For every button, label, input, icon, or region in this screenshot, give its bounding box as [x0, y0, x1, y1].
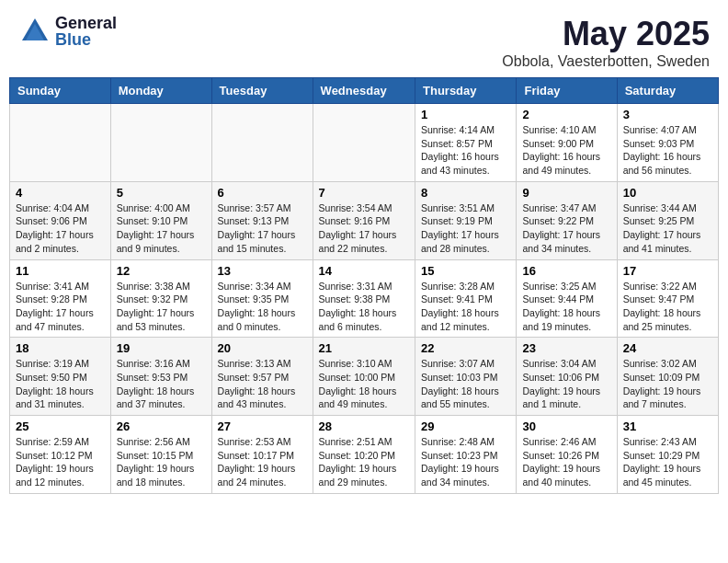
day-info: Sunrise: 3:38 AM Sunset: 9:32 PM Dayligh… [117, 280, 206, 334]
day-number: 26 [117, 419, 206, 433]
calendar-cell: 31Sunrise: 2:43 AM Sunset: 10:29 PM Dayl… [617, 416, 718, 494]
calendar-cell: 28Sunrise: 2:51 AM Sunset: 10:20 PM Dayl… [313, 416, 415, 494]
logo: General Blue [18, 15, 117, 48]
calendar-week-row: 4Sunrise: 4:04 AM Sunset: 9:06 PM Daylig… [10, 181, 719, 259]
calendar-cell: 3Sunrise: 4:07 AM Sunset: 9:03 PM Daylig… [617, 104, 718, 182]
calendar-cell: 22Sunrise: 3:07 AM Sunset: 10:03 PM Dayl… [415, 338, 517, 416]
calendar-cell: 12Sunrise: 3:38 AM Sunset: 9:32 PM Dayli… [110, 259, 211, 338]
calendar-cell: 6Sunrise: 3:57 AM Sunset: 9:13 PM Daylig… [211, 181, 313, 259]
day-number: 18 [16, 341, 105, 355]
calendar-week-row: 18Sunrise: 3:19 AM Sunset: 9:50 PM Dayli… [10, 338, 719, 416]
calendar-cell: 21Sunrise: 3:10 AM Sunset: 10:00 PM Dayl… [313, 338, 415, 416]
day-of-week-header: Tuesday [211, 78, 313, 104]
day-info: Sunrise: 2:43 AM Sunset: 10:29 PM Daylig… [623, 435, 712, 489]
day-info: Sunrise: 4:14 AM Sunset: 8:57 PM Dayligh… [421, 123, 510, 178]
calendar-cell: 20Sunrise: 3:13 AM Sunset: 9:57 PM Dayli… [211, 338, 313, 416]
day-number: 21 [319, 341, 409, 355]
calendar-cell: 19Sunrise: 3:16 AM Sunset: 9:53 PM Dayli… [110, 338, 211, 416]
day-number: 29 [421, 419, 510, 433]
day-info: Sunrise: 3:07 AM Sunset: 10:03 PM Daylig… [421, 357, 510, 411]
day-info: Sunrise: 3:10 AM Sunset: 10:00 PM Daylig… [319, 357, 409, 411]
day-number: 28 [319, 419, 409, 433]
calendar-cell: 18Sunrise: 3:19 AM Sunset: 9:50 PM Dayli… [10, 338, 111, 416]
day-number: 3 [623, 108, 712, 121]
day-number: 25 [16, 419, 105, 433]
calendar-week-row: 25Sunrise: 2:59 AM Sunset: 10:12 PM Dayl… [10, 416, 719, 494]
calendar-cell [211, 104, 313, 182]
calendar-week-row: 11Sunrise: 3:41 AM Sunset: 9:28 PM Dayli… [10, 259, 719, 338]
page-header: General Blue May 2025 Obbola, Vaesterbot… [0, 0, 728, 77]
day-of-week-header: Sunday [10, 78, 111, 104]
day-number: 6 [218, 186, 307, 200]
logo-icon [18, 15, 51, 48]
calendar-cell: 7Sunrise: 3:54 AM Sunset: 9:16 PM Daylig… [313, 181, 415, 259]
day-number: 11 [16, 264, 105, 278]
logo-blue: Blue [55, 31, 117, 48]
calendar-cell: 2Sunrise: 4:10 AM Sunset: 9:00 PM Daylig… [517, 104, 617, 182]
calendar-cell: 17Sunrise: 3:22 AM Sunset: 9:47 PM Dayli… [617, 259, 718, 338]
day-number: 20 [218, 341, 307, 355]
calendar-cell [313, 104, 415, 182]
day-info: Sunrise: 3:41 AM Sunset: 9:28 PM Dayligh… [16, 280, 105, 334]
calendar-cell: 16Sunrise: 3:25 AM Sunset: 9:44 PM Dayli… [517, 259, 617, 338]
day-number: 12 [117, 264, 206, 278]
calendar-cell: 5Sunrise: 4:00 AM Sunset: 9:10 PM Daylig… [110, 181, 211, 259]
day-number: 19 [117, 341, 206, 355]
day-info: Sunrise: 3:31 AM Sunset: 9:38 PM Dayligh… [319, 280, 409, 334]
calendar-cell: 8Sunrise: 3:51 AM Sunset: 9:19 PM Daylig… [415, 181, 517, 259]
logo-general: General [55, 15, 117, 31]
calendar-cell: 26Sunrise: 2:56 AM Sunset: 10:15 PM Dayl… [110, 416, 211, 494]
day-number: 22 [421, 341, 510, 355]
day-info: Sunrise: 4:10 AM Sunset: 9:00 PM Dayligh… [522, 123, 610, 178]
calendar-cell: 30Sunrise: 2:46 AM Sunset: 10:26 PM Dayl… [517, 416, 617, 494]
calendar-cell: 25Sunrise: 2:59 AM Sunset: 10:12 PM Dayl… [10, 416, 111, 494]
month-title: May 2025 [502, 15, 710, 53]
day-info: Sunrise: 3:47 AM Sunset: 9:22 PM Dayligh… [522, 201, 610, 256]
header-row: SundayMondayTuesdayWednesdayThursdayFrid… [10, 78, 719, 104]
calendar-cell: 15Sunrise: 3:28 AM Sunset: 9:41 PM Dayli… [415, 259, 517, 338]
day-number: 1 [421, 108, 510, 121]
day-info: Sunrise: 3:54 AM Sunset: 9:16 PM Dayligh… [319, 201, 409, 256]
calendar-body: 1Sunrise: 4:14 AM Sunset: 8:57 PM Daylig… [10, 104, 719, 494]
calendar-cell: 13Sunrise: 3:34 AM Sunset: 9:35 PM Dayli… [211, 259, 313, 338]
day-info: Sunrise: 3:16 AM Sunset: 9:53 PM Dayligh… [117, 357, 206, 411]
calendar-table: SundayMondayTuesdayWednesdayThursdayFrid… [9, 77, 719, 494]
day-number: 2 [522, 108, 610, 121]
day-number: 7 [319, 186, 409, 200]
calendar-cell: 23Sunrise: 3:04 AM Sunset: 10:06 PM Dayl… [517, 338, 617, 416]
calendar-cell: 1Sunrise: 4:14 AM Sunset: 8:57 PM Daylig… [415, 104, 517, 182]
day-info: Sunrise: 3:51 AM Sunset: 9:19 PM Dayligh… [421, 201, 510, 256]
day-info: Sunrise: 3:44 AM Sunset: 9:25 PM Dayligh… [623, 201, 712, 256]
day-number: 16 [522, 264, 610, 278]
calendar-cell: 27Sunrise: 2:53 AM Sunset: 10:17 PM Dayl… [211, 416, 313, 494]
day-info: Sunrise: 2:51 AM Sunset: 10:20 PM Daylig… [319, 435, 409, 489]
calendar-wrapper: SundayMondayTuesdayWednesdayThursdayFrid… [0, 77, 728, 503]
day-of-week-header: Wednesday [313, 78, 415, 104]
calendar-cell: 10Sunrise: 3:44 AM Sunset: 9:25 PM Dayli… [617, 181, 718, 259]
calendar-cell: 11Sunrise: 3:41 AM Sunset: 9:28 PM Dayli… [10, 259, 111, 338]
day-number: 8 [421, 186, 510, 200]
day-info: Sunrise: 3:22 AM Sunset: 9:47 PM Dayligh… [623, 280, 712, 334]
day-info: Sunrise: 4:00 AM Sunset: 9:10 PM Dayligh… [117, 201, 206, 256]
day-of-week-header: Monday [110, 78, 211, 104]
calendar-cell: 29Sunrise: 2:48 AM Sunset: 10:23 PM Dayl… [415, 416, 517, 494]
day-of-week-header: Thursday [415, 78, 517, 104]
day-info: Sunrise: 3:19 AM Sunset: 9:50 PM Dayligh… [16, 357, 105, 411]
day-number: 30 [522, 419, 610, 433]
day-info: Sunrise: 3:04 AM Sunset: 10:06 PM Daylig… [522, 357, 610, 411]
day-number: 24 [623, 341, 712, 355]
calendar-week-row: 1Sunrise: 4:14 AM Sunset: 8:57 PM Daylig… [10, 104, 719, 182]
day-info: Sunrise: 3:57 AM Sunset: 9:13 PM Dayligh… [218, 201, 307, 256]
title-block: May 2025 Obbola, Vaesterbotten, Sweden [502, 15, 710, 70]
calendar-cell: 9Sunrise: 3:47 AM Sunset: 9:22 PM Daylig… [517, 181, 617, 259]
day-of-week-header: Friday [517, 78, 617, 104]
day-info: Sunrise: 2:59 AM Sunset: 10:12 PM Daylig… [16, 435, 105, 489]
day-number: 5 [117, 186, 206, 200]
day-number: 14 [319, 264, 409, 278]
day-info: Sunrise: 2:46 AM Sunset: 10:26 PM Daylig… [522, 435, 610, 489]
day-info: Sunrise: 4:07 AM Sunset: 9:03 PM Dayligh… [623, 123, 712, 178]
calendar-cell [10, 104, 111, 182]
day-info: Sunrise: 3:13 AM Sunset: 9:57 PM Dayligh… [218, 357, 307, 411]
day-number: 13 [218, 264, 307, 278]
location: Obbola, Vaesterbotten, Sweden [502, 53, 710, 70]
